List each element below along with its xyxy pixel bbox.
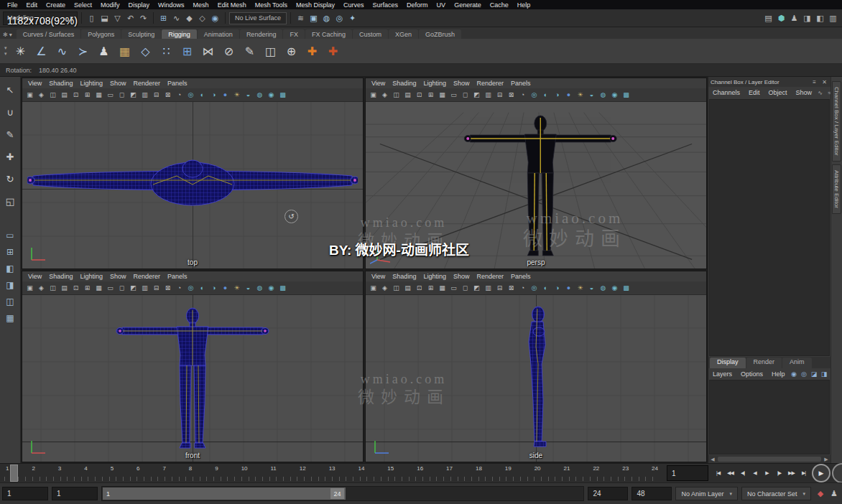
range-slider-track[interactable]: 1 24: [101, 486, 584, 501]
film-gate-icon[interactable]: ▭: [105, 283, 116, 294]
layout-outliner-persp-icon[interactable]: ◫: [3, 296, 17, 307]
paint-skin-weights-icon[interactable]: ✎: [241, 42, 259, 60]
safe-title-icon[interactable]: ⊠: [162, 90, 173, 101]
camera-attributes-icon[interactable]: ◫: [391, 283, 402, 294]
image-plane-icon[interactable]: ⊡: [414, 90, 425, 101]
step-back-key-button[interactable]: ◀◀: [725, 467, 736, 479]
use-all-lights-icon[interactable]: ☀: [231, 283, 242, 294]
multisample-icon[interactable]: ▩: [277, 283, 288, 294]
multisample-icon[interactable]: ▩: [621, 283, 632, 294]
layer-visibility-icon[interactable]: ◉: [790, 370, 798, 378]
default-material-icon[interactable]: ●: [563, 90, 574, 101]
shelf-tab-rigging[interactable]: Rigging: [162, 29, 197, 39]
menu-display[interactable]: Display: [124, 1, 154, 9]
viewport-persp[interactable]: ViewShadingLightingShowRendererPanels ▣◈…: [365, 78, 707, 269]
gate-mask-icon[interactable]: ◩: [471, 90, 482, 101]
use-all-lights-icon[interactable]: ☀: [575, 90, 586, 101]
scroll-left-icon[interactable]: ◀: [709, 457, 716, 462]
layer-tab-display[interactable]: Display: [710, 358, 746, 368]
vp-menu-lighting[interactable]: Lighting: [420, 80, 450, 87]
shelf-overflow-arrow-icon[interactable]: ▾: [4, 46, 7, 50]
select-camera-icon[interactable]: ▣: [368, 283, 379, 294]
wireframe-on-shaded-icon[interactable]: ◑: [552, 283, 563, 294]
layout-pane-right-icon[interactable]: ◨: [3, 279, 17, 290]
shadows-icon[interactable]: ◒: [586, 283, 597, 294]
vp-menu-view[interactable]: View: [368, 273, 389, 280]
shelf-tab-menu-icon[interactable]: ▾: [9, 32, 12, 38]
range-slider-handle[interactable]: 1 24: [103, 487, 346, 500]
field-chart-icon[interactable]: ▥: [483, 283, 494, 294]
vp-menu-shading[interactable]: Shading: [389, 80, 420, 87]
menu-modify[interactable]: Modify: [96, 1, 124, 9]
joint-tool-icon[interactable]: ✳: [11, 42, 30, 60]
layer-tab-anim[interactable]: Anim: [782, 358, 812, 368]
shelf-tab-rendering[interactable]: Rendering: [240, 29, 283, 39]
bind-skin-icon[interactable]: ⋈: [199, 42, 218, 60]
step-back-frame-button[interactable]: ◀|: [737, 467, 748, 479]
viewport-top[interactable]: ViewShadingLightingShowRendererPanels ▣◈…: [22, 78, 364, 269]
menu-mesh-tools[interactable]: Mesh Tools: [251, 1, 292, 9]
ik-spline-handle-tool-icon[interactable]: ∿: [53, 42, 72, 60]
menu-select[interactable]: Select: [70, 1, 96, 9]
vp-menu-panels[interactable]: Panels: [164, 80, 191, 87]
vp-menu-shading[interactable]: Shading: [389, 273, 420, 280]
menu-curves[interactable]: Curves: [339, 1, 369, 9]
layer-list-empty-area[interactable]: [709, 380, 830, 454]
snap-to-grid-icon[interactable]: ⊞: [157, 12, 170, 24]
ipr-render-icon[interactable]: ◎: [333, 12, 346, 24]
frame-rate-icon[interactable]: ◔: [517, 90, 528, 101]
snap-to-plane-icon[interactable]: ◇: [196, 12, 208, 24]
construction-history-icon[interactable]: ≋: [295, 12, 307, 24]
vp-menu-shading[interactable]: Shading: [45, 80, 76, 87]
shelf-tab-xgen[interactable]: XGen: [389, 29, 418, 39]
play-backwards-button[interactable]: ◀: [749, 467, 760, 479]
vp-menu-show[interactable]: Show: [450, 273, 473, 280]
use-all-lights-icon[interactable]: ☀: [231, 90, 242, 101]
lock-camera-icon[interactable]: ◈: [36, 90, 47, 101]
vp-menu-renderer[interactable]: Renderer: [473, 273, 507, 280]
remove-influence-icon[interactable]: ✚: [324, 42, 343, 60]
isolate-select-icon[interactable]: ◎: [185, 90, 196, 101]
vp-menu-show[interactable]: Show: [106, 273, 130, 280]
layout-hypergraph-icon[interactable]: ▦: [3, 312, 17, 323]
frame-rate-icon[interactable]: ◔: [174, 283, 185, 294]
menu-surfaces[interactable]: Surfaces: [369, 1, 403, 9]
ik-handle-tool-icon[interactable]: ∠: [32, 42, 51, 60]
lasso-tool-icon[interactable]: ∪: [2, 105, 18, 119]
paint-selection-tool-icon[interactable]: ✎: [2, 127, 18, 141]
gate-mask-icon[interactable]: ◩: [128, 90, 139, 101]
motion-blur-icon[interactable]: ◉: [609, 90, 620, 101]
anim-layer-dropdown[interactable]: No Anim Layer ▾: [675, 487, 738, 500]
shelf-tab-fx[interactable]: FX: [283, 29, 305, 39]
film-gate-icon[interactable]: ▭: [448, 283, 459, 294]
camera-attributes-icon[interactable]: ◫: [391, 90, 402, 101]
camera-attributes-icon[interactable]: ◫: [47, 283, 58, 294]
viewport-front-canvas[interactable]: front: [22, 295, 363, 462]
render-current-frame-icon[interactable]: ◍: [320, 12, 333, 24]
add-influence-icon[interactable]: ✚: [303, 42, 322, 60]
isolate-select-icon[interactable]: ◎: [185, 283, 196, 294]
menu-set-selector[interactable]: Modeling ▾: [3, 11, 78, 25]
bookmark-icon[interactable]: ▤: [402, 90, 413, 101]
viewport-top-canvas[interactable]: ↺ top: [22, 102, 363, 269]
resolution-gate-icon[interactable]: ◻: [116, 283, 127, 294]
camera-attributes-icon[interactable]: ◫: [47, 90, 58, 101]
safe-title-icon[interactable]: ⊠: [506, 90, 517, 101]
xray-icon[interactable]: ◐: [197, 90, 208, 101]
side-tab-channel-box[interactable]: Channel Box / Layer Editor: [832, 81, 841, 162]
snap-to-point-icon[interactable]: ◆: [183, 12, 195, 24]
scroll-right-icon[interactable]: ▶: [823, 457, 830, 462]
channel-box-toggle-icon[interactable]: ▥: [827, 12, 839, 24]
shelf-tab-custom[interactable]: Custom: [353, 29, 388, 39]
wireframe-on-shaded-icon[interactable]: ◑: [552, 90, 563, 101]
film-gate-icon[interactable]: ▭: [105, 90, 116, 101]
channel-list-empty-area[interactable]: [709, 99, 830, 356]
screen-space-ao-icon[interactable]: ◍: [598, 90, 609, 101]
next-control-partial-icon[interactable]: [832, 463, 842, 483]
open-render-view-icon[interactable]: ▣: [307, 12, 320, 24]
mirror-skin-weights-icon[interactable]: ◫: [262, 42, 280, 60]
menu-windows[interactable]: Windows: [154, 1, 189, 9]
play-forwards-button[interactable]: ▶: [762, 467, 772, 479]
resolution-gate-icon[interactable]: ◻: [460, 283, 471, 294]
save-scene-icon[interactable]: ▽: [111, 12, 124, 24]
